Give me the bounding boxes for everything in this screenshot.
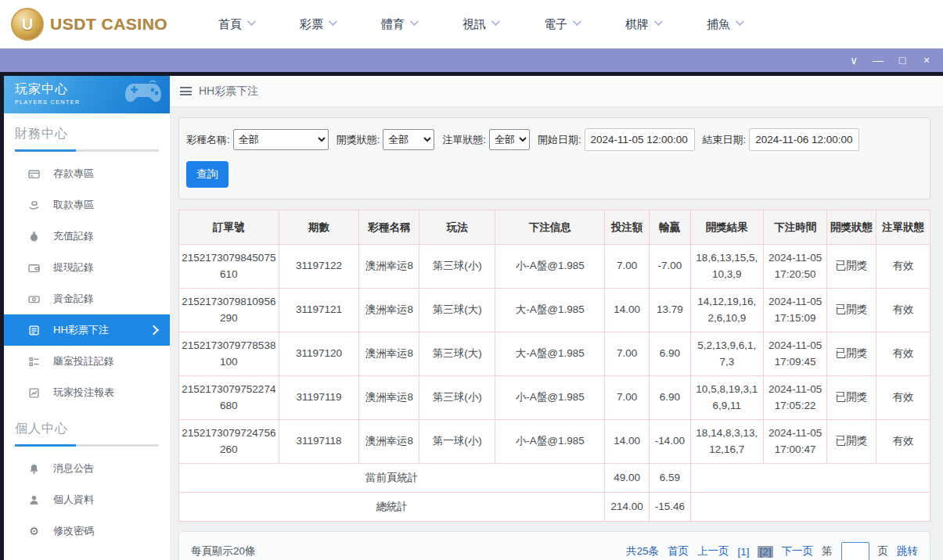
pagination-bar: 每頁顯示20條 共25条 首页 上一页 [1] [2] 下一页 第 页 跳转: [178, 531, 930, 560]
sidebar-item-announcements[interactable]: 消息公告: [4, 453, 170, 484]
jump-prefix: 第: [822, 544, 833, 558]
total-summary-winloss: -15.46: [649, 493, 690, 522]
brand-logo[interactable]: U USDT CASINO: [11, 8, 171, 41]
col-lottery: 彩種名稱: [359, 210, 419, 245]
start-date-input[interactable]: [585, 128, 695, 151]
per-page-text: 每頁顯示20條: [191, 544, 256, 558]
jump-button[interactable]: 跳转: [897, 544, 918, 558]
sidebar-item-profile[interactable]: 個人資料: [4, 484, 170, 515]
page-summary-amount: 49.00: [605, 464, 650, 493]
nav-item-live[interactable]: 視訊: [463, 17, 498, 32]
sidebar-item-deposit[interactable]: 存款專區: [4, 158, 170, 189]
wallet-icon: [28, 262, 40, 274]
sidebar-item-change-password[interactable]: ⚙ 修改密碼: [4, 515, 170, 547]
first-page-link[interactable]: 首页: [668, 544, 689, 558]
sidebar-item-room-bet-records[interactable]: 廳室投註記錄: [4, 346, 170, 377]
total-summary-label: 總統計: [179, 493, 605, 522]
jump-page-input[interactable]: [841, 542, 869, 560]
window-maximize-icon[interactable]: □: [895, 55, 909, 66]
sidebar-item-recharge-records[interactable]: 充值記錄: [4, 221, 170, 252]
sidebar: 玩家中心 PLAYERS CENTER 財務中心 存款專區: [4, 76, 170, 560]
sidebar-item-withdraw[interactable]: 取款專區: [4, 189, 170, 221]
bets-table: 訂單號 期數 彩種名稱 玩法 下注信息 投注額 輸贏 開獎結果 下注時間 開獎狀…: [178, 210, 930, 522]
col-amount: 投注額: [605, 210, 650, 245]
page-summary-row: 當前頁統計 49.00 6.59: [179, 464, 930, 493]
filter-panel: 彩種名稱: 全部 開獎狀態: 全部 注單狀態: 全部 開始日期: 結束日期: 查…: [178, 117, 930, 199]
col-period: 期數: [279, 210, 359, 245]
page-2-link-current[interactable]: [2]: [758, 546, 772, 558]
prev-page-link[interactable]: 上一页: [697, 544, 729, 558]
end-date-input[interactable]: [749, 128, 859, 151]
lottery-name-label: 彩種名稱:: [186, 133, 230, 147]
col-play: 玩法: [419, 210, 495, 245]
lottery-name-select[interactable]: 全部: [233, 129, 329, 150]
nav-item-lottery[interactable]: 彩票: [300, 17, 335, 32]
nav-item-slots[interactable]: 電子: [544, 17, 579, 32]
chevron-down-icon: [247, 17, 256, 26]
page-summary-winloss: 6.59: [649, 464, 690, 493]
person-icon: [28, 494, 40, 506]
col-bet-info: 下注信息: [495, 210, 605, 245]
table-row: 215217307981095629031197121 澳洲幸运8第三球(大) …: [179, 289, 930, 332]
moneybag-icon: [28, 231, 40, 242]
col-win-loss: 輸贏: [649, 210, 690, 245]
personal-menu: 消息公告 個人資料 ⚙ 修改密碼: [4, 453, 170, 547]
page-1-link[interactable]: [1]: [737, 546, 749, 558]
table-header-row: 訂單號 期數 彩種名稱 玩法 下注信息 投注額 輸贏 開獎結果 下注時間 開獎狀…: [179, 210, 930, 245]
coin-logo-icon: U: [11, 8, 44, 41]
nav-item-home[interactable]: 首頁: [218, 17, 254, 32]
sidebar-item-withdraw-records[interactable]: 提現記錄: [4, 252, 170, 283]
brand-name: USDT CASINO: [50, 15, 167, 34]
window-minimize-icon[interactable]: —: [871, 55, 885, 66]
window-dropdown-icon[interactable]: ∨: [847, 55, 861, 66]
col-order-status: 注單狀態: [876, 210, 930, 245]
draw-status-select[interactable]: 全部: [383, 129, 434, 150]
section-finance-title: 財務中心: [15, 126, 159, 142]
sidebar-item-hh-lottery-bets[interactable]: HH彩票下注: [4, 314, 170, 346]
jump-suffix: 页: [878, 544, 889, 558]
col-time: 下注時間: [763, 210, 827, 245]
banknote-icon: [28, 293, 40, 305]
start-date-label: 開始日期:: [538, 133, 581, 147]
bell-icon: [28, 463, 40, 475]
end-date-label: 結束日期:: [703, 133, 747, 147]
window-controls: ∨ — □ ×: [847, 55, 934, 66]
search-button[interactable]: 查詢: [186, 161, 229, 188]
table-row: 215217307972475626031197118 澳洲幸运8第一球(小) …: [179, 420, 930, 464]
chevron-down-icon: [329, 17, 337, 26]
total-summary-amount: 214.00: [605, 493, 650, 522]
next-page-link[interactable]: 下一页: [782, 544, 814, 558]
app-window: U USDT CASINO 首頁 彩票 體育 視訊 電子 棋牌 捕魚 ∨ — □…: [0, 0, 943, 560]
breadcrumb: HH彩票下注: [170, 76, 943, 107]
col-draw-status: 開獎狀態: [827, 210, 876, 245]
nav-item-cards[interactable]: 棋牌: [625, 17, 660, 32]
nav-item-sports[interactable]: 體育: [381, 17, 416, 32]
chevron-down-icon: [654, 17, 663, 26]
finance-menu: 存款專區 取款專區 充值記錄 提現記錄 資金記錄: [4, 158, 170, 408]
section-finance: 財務中心: [15, 126, 159, 152]
document-icon: [28, 325, 40, 336]
total-summary-row: 總統計 214.00 -15.46: [179, 493, 930, 522]
col-result: 開獎結果: [690, 210, 763, 245]
nav-item-fishing[interactable]: 捕魚: [707, 17, 742, 32]
main-content: HH彩票下注 彩種名稱: 全部 開獎狀態: 全部 注單狀態: 全部 開始日期: …: [170, 76, 943, 560]
hamburger-menu-icon[interactable]: [180, 87, 192, 95]
window-titlebar: ∨ — □ ×: [0, 48, 943, 72]
gamepad-icon: [123, 79, 164, 107]
report-chart-icon: [28, 387, 40, 399]
chevron-down-icon: [410, 17, 419, 26]
section-underline: [15, 444, 159, 447]
page-title: HH彩票下注: [199, 84, 258, 99]
draw-status-label: 開獎狀態:: [337, 133, 380, 147]
order-status-select[interactable]: 全部: [489, 129, 530, 150]
table-row: 215217307984507561031197122 澳洲幸运8第三球(小) …: [179, 245, 930, 289]
order-status-label: 注單狀態:: [442, 133, 486, 147]
section-personal-title: 個人中心: [15, 421, 159, 437]
table-row: 215217307977853810031197120 澳洲幸运8第三球(大) …: [179, 332, 930, 376]
window-close-icon[interactable]: ×: [920, 55, 934, 66]
top-navbar: U USDT CASINO 首頁 彩票 體育 視訊 電子 棋牌 捕魚: [0, 0, 943, 48]
deposit-card-icon: [28, 168, 40, 180]
sidebar-item-fund-records[interactable]: 資金記錄: [4, 283, 170, 314]
sidebar-item-player-bet-report[interactable]: 玩家投注報表: [4, 377, 170, 408]
gear-icon: ⚙: [28, 526, 40, 537]
